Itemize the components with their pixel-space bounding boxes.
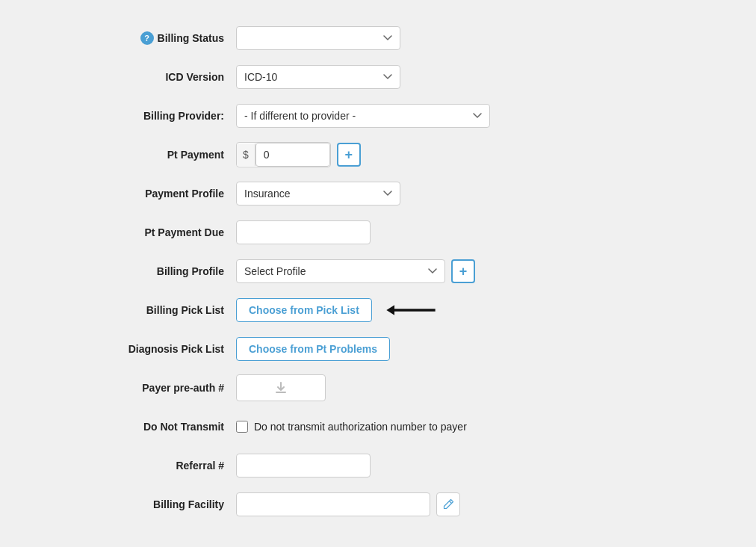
pt-payment-due-input[interactable] — [236, 220, 371, 244]
billing-provider-row: Billing Provider: - If different to prov… — [72, 100, 684, 132]
pt-payment-input[interactable] — [255, 143, 330, 167]
do-not-transmit-control: Do not transmit authorization number to … — [236, 421, 684, 433]
billing-status-select[interactable] — [236, 26, 400, 50]
referral-num-label: Referral # — [72, 460, 236, 472]
do-not-transmit-row: Do Not Transmit Do not transmit authoriz… — [72, 411, 684, 442]
do-not-transmit-checkbox[interactable] — [236, 421, 248, 433]
billing-profile-row: Billing Profile Select Profile + — [72, 256, 684, 287]
choose-from-pt-problems-button[interactable]: Choose from Pt Problems — [236, 337, 390, 361]
pt-payment-label: Pt Payment — [72, 149, 236, 161]
payer-pre-auth-row: Payer pre-auth # — [72, 372, 684, 404]
payer-pre-auth-control — [236, 374, 684, 401]
billing-status-help-icon[interactable]: ? — [140, 31, 154, 45]
billing-provider-control: - If different to provider - — [236, 104, 684, 128]
billing-provider-label: Billing Provider: — [72, 110, 236, 122]
referral-num-input[interactable] — [236, 454, 371, 478]
currency-wrap: $ — [236, 142, 331, 167]
pt-payment-row: Pt Payment $ + — [72, 139, 684, 170]
payment-profile-select[interactable]: Insurance Cash Other — [236, 182, 400, 205]
pt-payment-control: $ + — [236, 142, 684, 167]
diagnosis-pick-list-row: Diagnosis Pick List Choose from Pt Probl… — [72, 333, 684, 365]
do-not-transmit-checkbox-label: Do not transmit authorization number to … — [254, 421, 467, 433]
do-not-transmit-checkbox-wrap: Do not transmit authorization number to … — [236, 421, 467, 433]
pt-payment-plus-button[interactable]: + — [337, 143, 361, 167]
billing-pick-list-control: Choose from Pick List — [236, 297, 684, 324]
billing-facility-input[interactable] — [236, 492, 430, 516]
do-not-transmit-label: Do Not Transmit — [72, 421, 236, 433]
payment-profile-label: Payment Profile — [72, 188, 236, 200]
arrow-svg — [385, 297, 445, 324]
icd-version-select[interactable]: ICD-10 ICD-9 — [236, 65, 400, 89]
payment-profile-control: Insurance Cash Other — [236, 182, 684, 205]
billing-pick-list-label: Billing Pick List — [72, 304, 236, 316]
payer-pre-auth-label: Payer pre-auth # — [72, 382, 236, 394]
svg-marker-1 — [386, 305, 394, 315]
billing-facility-label: Billing Facility — [72, 498, 236, 510]
billing-status-label: ? Billing Status — [72, 31, 236, 45]
billing-profile-select[interactable]: Select Profile — [236, 259, 445, 283]
billing-status-row: ? Billing Status — [72, 22, 684, 54]
arrow-indicator — [385, 297, 445, 324]
billing-facility-edit-button[interactable] — [436, 492, 460, 516]
payer-pre-auth-download-button[interactable] — [236, 374, 326, 401]
pencil-icon — [442, 498, 454, 510]
payment-profile-row: Payment Profile Insurance Cash Other — [72, 178, 684, 209]
pt-payment-due-control — [236, 220, 684, 244]
currency-symbol: $ — [237, 143, 255, 166]
billing-status-control — [236, 26, 684, 50]
icd-version-control: ICD-10 ICD-9 — [236, 65, 684, 89]
billing-pick-list-row: Billing Pick List Choose from Pick List — [72, 294, 684, 326]
pt-payment-due-row: Pt Payment Due — [72, 217, 684, 248]
billing-profile-plus-button[interactable]: + — [451, 259, 475, 283]
icd-version-label: ICD Version — [72, 71, 236, 83]
referral-num-row: Referral # — [72, 450, 684, 481]
billing-profile-control: Select Profile + — [236, 259, 684, 283]
diagnosis-pick-list-label: Diagnosis Pick List — [72, 343, 236, 355]
billing-facility-row: Billing Facility — [72, 489, 684, 520]
pt-payment-due-label: Pt Payment Due — [72, 226, 236, 238]
icd-version-row: ICD Version ICD-10 ICD-9 — [72, 61, 684, 93]
diagnosis-pick-list-control: Choose from Pt Problems — [236, 337, 684, 361]
billing-profile-label: Billing Profile — [72, 265, 236, 277]
billing-facility-control — [236, 492, 684, 516]
download-icon — [273, 380, 288, 395]
referral-num-control — [236, 454, 684, 478]
choose-from-pick-list-button[interactable]: Choose from Pick List — [236, 298, 372, 322]
form-container: ? Billing Status ICD Version ICD-10 ICD-… — [57, 15, 699, 535]
billing-provider-select[interactable]: - If different to provider - — [236, 104, 490, 128]
